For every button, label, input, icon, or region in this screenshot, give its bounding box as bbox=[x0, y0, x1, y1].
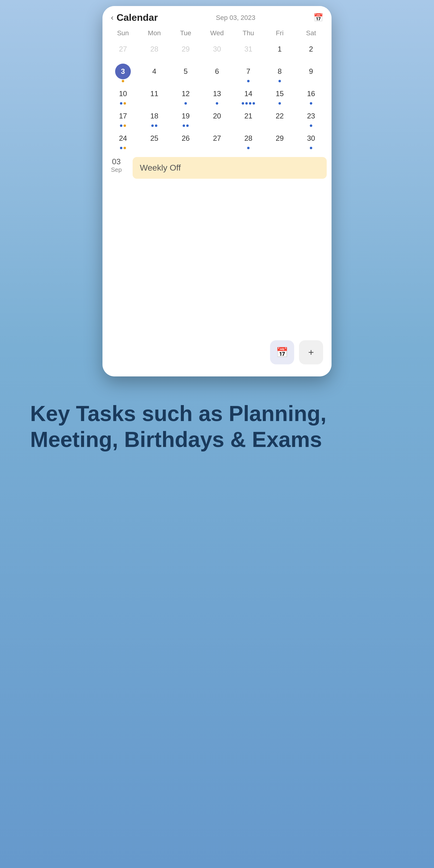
date-number: 21 bbox=[241, 108, 256, 124]
tagline-text: Key Tasks such as Planning, Meeting, Bir… bbox=[30, 401, 404, 453]
date-number: 26 bbox=[178, 130, 193, 146]
cal-cell[interactable]: 4 bbox=[138, 62, 170, 84]
cal-cell[interactable]: 10 bbox=[107, 84, 138, 106]
day-headers-row: Sun Mon Tue Wed Thu Fri Sat bbox=[102, 27, 332, 39]
date-number: 22 bbox=[272, 108, 287, 124]
cal-cell[interactable]: 11 bbox=[138, 84, 170, 106]
date-number: 2 bbox=[303, 41, 319, 57]
cal-cell[interactable]: 28 bbox=[233, 129, 264, 151]
cal-cell[interactable]: 31 bbox=[233, 39, 264, 62]
phone-frame: ‹ Calendar Sep 03, 2023 📅 Sun Mon Tue We… bbox=[102, 6, 332, 376]
date-number: 24 bbox=[115, 130, 131, 146]
cal-cell[interactable]: 1 bbox=[264, 39, 296, 62]
date-number: 3 bbox=[115, 64, 131, 79]
cal-cell[interactable]: 19 bbox=[170, 106, 201, 129]
calendar-header: ‹ Calendar Sep 03, 2023 📅 bbox=[102, 6, 332, 27]
cal-cell[interactable]: 8 bbox=[264, 62, 296, 84]
date-number: 20 bbox=[209, 108, 225, 124]
dots-row bbox=[184, 102, 187, 105]
blue-dot bbox=[120, 102, 122, 104]
cal-cell[interactable]: 9 bbox=[296, 62, 327, 84]
blue-dot bbox=[184, 102, 187, 104]
cal-cell[interactable]: 2 bbox=[296, 39, 327, 62]
date-number: 13 bbox=[209, 86, 225, 101]
date-number: 12 bbox=[178, 86, 193, 101]
date-number: 29 bbox=[178, 41, 193, 57]
blue-dot bbox=[242, 102, 244, 104]
event-row: 03 Sep Weekly Off bbox=[107, 157, 327, 179]
blue-dot bbox=[310, 102, 312, 104]
dots-row bbox=[120, 102, 126, 105]
cal-cell[interactable]: 27 bbox=[201, 129, 233, 151]
cal-cell[interactable]: 26 bbox=[170, 129, 201, 151]
date-number: 30 bbox=[303, 130, 319, 146]
day-header-fri: Fri bbox=[264, 27, 296, 39]
cal-cell[interactable]: 30 bbox=[296, 129, 327, 151]
cal-cell[interactable]: 14 bbox=[233, 84, 264, 106]
date-number: 5 bbox=[178, 64, 193, 79]
day-header-thu: Thu bbox=[233, 27, 264, 39]
cal-cell[interactable]: 17 bbox=[107, 106, 138, 129]
blue-dot bbox=[155, 124, 157, 127]
dots-row bbox=[122, 80, 124, 83]
dots-row bbox=[247, 80, 250, 83]
event-date-label: 03 Sep bbox=[107, 157, 125, 173]
blue-dot bbox=[278, 102, 281, 104]
blue-dot bbox=[245, 102, 248, 104]
cal-cell[interactable]: 13 bbox=[201, 84, 233, 106]
blue-dot bbox=[247, 147, 250, 149]
blue-dot bbox=[310, 147, 312, 149]
cal-cell[interactable]: 20 bbox=[201, 106, 233, 129]
event-date-number: 03 bbox=[112, 157, 121, 166]
blue-dot bbox=[278, 80, 281, 82]
cal-cell[interactable]: 25 bbox=[138, 129, 170, 151]
header-left: ‹ Calendar bbox=[111, 12, 158, 23]
calendar-view-button[interactable]: 📅 bbox=[270, 340, 294, 364]
cal-cell[interactable]: 23 bbox=[296, 106, 327, 129]
add-event-button[interactable]: + bbox=[299, 340, 323, 364]
date-number: 25 bbox=[147, 130, 162, 146]
cal-cell[interactable]: 22 bbox=[264, 106, 296, 129]
blue-dot bbox=[186, 124, 189, 127]
cal-cell[interactable]: 28 bbox=[138, 39, 170, 62]
event-card[interactable]: Weekly Off bbox=[133, 157, 327, 179]
date-number: 28 bbox=[241, 130, 256, 146]
cal-cell[interactable]: 30 bbox=[201, 39, 233, 62]
cal-cell[interactable]: 27 bbox=[107, 39, 138, 62]
dots-row bbox=[216, 102, 218, 105]
cal-cell[interactable]: 18 bbox=[138, 106, 170, 129]
date-number: 28 bbox=[147, 41, 162, 57]
tagline-section: Key Tasks such as Planning, Meeting, Bir… bbox=[0, 376, 434, 471]
cal-cell[interactable]: 21 bbox=[233, 106, 264, 129]
cal-cell[interactable]: 7 bbox=[233, 62, 264, 84]
calendar-grid: 2728293031123456789101112131415161718192… bbox=[102, 39, 332, 153]
dots-row bbox=[310, 147, 312, 150]
cal-cell[interactable]: 16 bbox=[296, 84, 327, 106]
date-number: 18 bbox=[147, 108, 162, 124]
dots-row bbox=[120, 124, 126, 127]
calendar-nav-icon[interactable]: 📅 bbox=[313, 13, 323, 22]
cal-cell[interactable]: 12 bbox=[170, 84, 201, 106]
date-number: 8 bbox=[272, 64, 287, 79]
blue-dot bbox=[247, 80, 250, 82]
cal-cell[interactable]: 29 bbox=[170, 39, 201, 62]
date-number: 27 bbox=[209, 130, 225, 146]
orange-dot bbox=[124, 102, 126, 104]
day-header-sat: Sat bbox=[296, 27, 327, 39]
cal-cell[interactable]: 24 bbox=[107, 129, 138, 151]
blue-dot bbox=[120, 124, 122, 127]
event-date-month: Sep bbox=[111, 166, 122, 173]
date-number: 6 bbox=[209, 64, 225, 79]
cal-cell[interactable]: 3 bbox=[107, 62, 138, 84]
cal-cell[interactable]: 15 bbox=[264, 84, 296, 106]
dots-row bbox=[310, 124, 312, 127]
event-section: 03 Sep Weekly Off bbox=[102, 157, 332, 184]
cal-cell[interactable]: 5 bbox=[170, 62, 201, 84]
date-number: 9 bbox=[303, 64, 319, 79]
back-icon[interactable]: ‹ bbox=[111, 13, 114, 22]
blue-dot bbox=[216, 102, 218, 104]
cal-cell[interactable]: 29 bbox=[264, 129, 296, 151]
dots-row bbox=[278, 102, 281, 105]
day-header-mon: Mon bbox=[138, 27, 170, 39]
cal-cell[interactable]: 6 bbox=[201, 62, 233, 84]
